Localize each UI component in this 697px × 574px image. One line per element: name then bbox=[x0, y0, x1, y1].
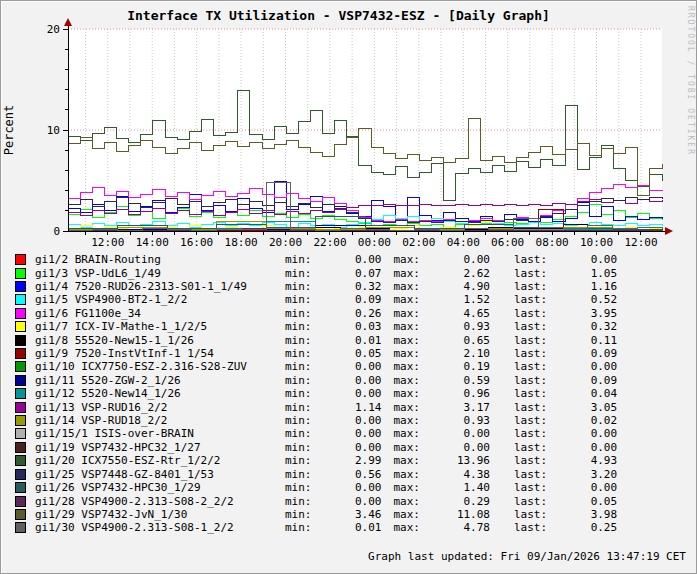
min-label: min: bbox=[285, 508, 312, 521]
series-color-swatch bbox=[15, 268, 26, 279]
series-name: gi1/7 ICX-IV-Mathe-1_1/2/5 bbox=[35, 320, 285, 333]
last-value: 4.93 bbox=[547, 454, 617, 467]
max-label: max: bbox=[394, 293, 421, 306]
series-color-swatch bbox=[15, 482, 26, 493]
legend-row: gi1/26 VSP7432-HPC30_1/29 min: 0.00 max:… bbox=[15, 481, 696, 494]
series-name: gi1/30 VSP4900-2.313-S08-1_2/2 bbox=[35, 521, 285, 534]
last-value: 0.05 bbox=[547, 495, 617, 508]
last-label: last: bbox=[514, 441, 547, 454]
max-label: max: bbox=[394, 441, 421, 454]
min-label: min: bbox=[285, 427, 312, 440]
last-value: 0.00 bbox=[547, 253, 617, 266]
last-label: last: bbox=[514, 427, 547, 440]
legend-row: gi1/5 VSP4900-BT2-1_2/2 min: 0.09 max: 1… bbox=[15, 293, 696, 306]
max-label: max: bbox=[394, 387, 421, 400]
series-name: gi1/6 FG1100e_34 bbox=[35, 307, 285, 320]
min-label: min: bbox=[285, 454, 312, 467]
series-legend: gi1/2 BRAIN-Routing min: 0.00 max: 0.00 … bbox=[15, 253, 696, 535]
min-value: 0.03 bbox=[312, 320, 382, 333]
min-label: min: bbox=[285, 360, 312, 373]
last-updated-text: Graph last updated: Fri 09/Jan/2026 13:4… bbox=[368, 550, 686, 563]
series-color-swatch bbox=[15, 415, 26, 426]
legend-row: gi1/11 5520-ZGW-2_1/26 min: 0.00 max: 0.… bbox=[15, 374, 696, 387]
min-label: min: bbox=[285, 401, 312, 414]
last-label: last: bbox=[514, 293, 547, 306]
series-name: gi1/8 55520-New15-1_1/26 bbox=[35, 334, 285, 347]
legend-row: gi1/12 5520-New14_1/26 min: 0.00 max: 0.… bbox=[15, 387, 696, 400]
last-label: last: bbox=[514, 360, 547, 373]
min-label: min: bbox=[285, 280, 312, 293]
series-name: gi1/19 VSP7432-HPC32_1/27 bbox=[35, 441, 285, 454]
legend-row: gi1/29 VSP7432-JvN_1/30 min: 3.46 max: 1… bbox=[15, 508, 696, 521]
min-label: min: bbox=[285, 253, 312, 266]
max-value: 0.96 bbox=[420, 387, 490, 400]
x-axis-arrow bbox=[665, 227, 673, 235]
last-value: 3.20 bbox=[547, 468, 617, 481]
legend-row: gi1/30 VSP4900-2.313-S08-1_2/2 min: 0.01… bbox=[15, 521, 696, 534]
series-color-swatch bbox=[15, 375, 26, 386]
legend-row: gi1/7 ICX-IV-Mathe-1_1/2/5 min: 0.03 max… bbox=[15, 320, 696, 333]
last-label: last: bbox=[514, 374, 547, 387]
series-color-swatch bbox=[15, 348, 26, 359]
legend-row: gi1/14 VSP-RUD18_2/2 min: 0.00 max: 0.93… bbox=[15, 414, 696, 427]
last-label: last: bbox=[514, 253, 547, 266]
max-label: max: bbox=[394, 347, 421, 360]
series-color-swatch bbox=[15, 496, 26, 507]
max-label: max: bbox=[394, 481, 421, 494]
last-value: 0.02 bbox=[547, 414, 617, 427]
max-value: 0.19 bbox=[420, 360, 490, 373]
max-value: 0.59 bbox=[420, 374, 490, 387]
series-name: gi1/13 VSP-RUD16_2/2 bbox=[35, 401, 285, 414]
min-value: 0.07 bbox=[312, 267, 382, 280]
max-label: max: bbox=[394, 280, 421, 293]
series-name: gi1/15/1 ISIS-over-BRAIN bbox=[35, 427, 285, 440]
legend-row: gi1/28 VSP4900-2.313-S08-2_2/2 min: 0.00… bbox=[15, 494, 696, 507]
max-label: max: bbox=[394, 401, 421, 414]
min-value: 0.56 bbox=[312, 468, 382, 481]
series-name: gi1/14 VSP-RUD18_2/2 bbox=[35, 414, 285, 427]
last-value: 0.04 bbox=[547, 387, 617, 400]
last-label: last: bbox=[514, 334, 547, 347]
series-name: gi1/20 ICX7550-ESZ-Rtr_1/2/2 bbox=[35, 454, 285, 467]
legend-row: gi1/20 ICX7550-ESZ-Rtr_1/2/2 min: 2.99 m… bbox=[15, 454, 696, 467]
rrdtool-graph-window: Interface TX Utilization - VSP7432-ESZ -… bbox=[0, 0, 697, 574]
max-value: 3.17 bbox=[420, 401, 490, 414]
min-value: 3.46 bbox=[312, 508, 382, 521]
min-label: min: bbox=[285, 387, 312, 400]
x-tick-label: 12:00 bbox=[624, 236, 657, 249]
last-value: 0.25 bbox=[547, 521, 617, 534]
series-color-swatch bbox=[15, 402, 26, 413]
max-value: 0.00 bbox=[420, 427, 490, 440]
min-label: min: bbox=[285, 374, 312, 387]
legend-row: gi1/3 VSP-UdL6_1/49 min: 0.07 max: 2.62 … bbox=[15, 266, 696, 279]
last-value: 3.05 bbox=[547, 401, 617, 414]
max-value: 0.93 bbox=[420, 414, 490, 427]
max-value: 2.62 bbox=[420, 267, 490, 280]
last-label: last: bbox=[514, 521, 547, 534]
last-label: last: bbox=[514, 414, 547, 427]
min-value: 0.00 bbox=[312, 374, 382, 387]
series-color-swatch bbox=[15, 254, 26, 265]
min-value: 0.00 bbox=[312, 414, 382, 427]
min-label: min: bbox=[285, 495, 312, 508]
legend-row: gi1/10 ICX7750-ESZ-2.316-S28-ZUV min: 0.… bbox=[15, 360, 696, 373]
min-label: min: bbox=[285, 267, 312, 280]
y-tick-label: 0 bbox=[53, 225, 60, 238]
last-label: last: bbox=[514, 320, 547, 333]
legend-row: gi1/2 BRAIN-Routing min: 0.00 max: 0.00 … bbox=[15, 253, 696, 266]
min-label: min: bbox=[285, 414, 312, 427]
min-value: 0.00 bbox=[312, 360, 382, 373]
legend-row: gi1/13 VSP-RUD16_2/2 min: 1.14 max: 3.17… bbox=[15, 400, 696, 413]
utilization-line-chart: 12:0014:0016:0018:0020:0022:0000:0002:00… bbox=[1, 1, 697, 251]
series-name: gi1/25 VSP7448-GZ-8401_1/53 bbox=[35, 468, 285, 481]
rrdtool-watermark: RRDTOOL / TOBI OETIKER bbox=[686, 6, 695, 156]
series-color-swatch bbox=[15, 428, 26, 439]
min-value: 0.01 bbox=[312, 334, 382, 347]
last-value: 0.00 bbox=[547, 427, 617, 440]
last-value: 0.00 bbox=[547, 441, 617, 454]
min-label: min: bbox=[285, 320, 312, 333]
series-name: gi1/9 7520-InstVtInf-1 1/54 bbox=[35, 347, 285, 360]
series-name: gi1/10 ICX7750-ESZ-2.316-S28-ZUV bbox=[35, 360, 285, 373]
legend-row: gi1/9 7520-InstVtInf-1 1/54 min: 0.05 ma… bbox=[15, 347, 696, 360]
min-label: min: bbox=[285, 481, 312, 494]
